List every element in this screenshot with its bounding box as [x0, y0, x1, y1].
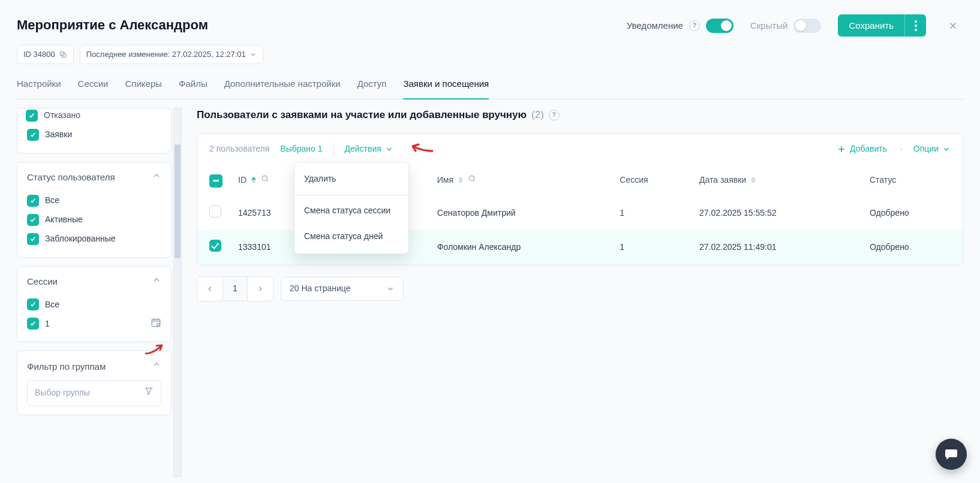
close-icon — [948, 20, 958, 31]
filter-label: Все — [45, 299, 59, 311]
filter-item[interactable]: Активные — [27, 210, 161, 230]
section-title: Пользователи с заявками на участие или д… — [197, 108, 527, 122]
funnel-icon — [144, 387, 154, 400]
sidebar: Отказано Заявки Статус пользователя ВсеА… — [17, 108, 182, 477]
per-page-label: 20 На странице — [290, 283, 350, 295]
id-pill-text: ID 34800 — [23, 49, 55, 60]
svg-point-6 — [469, 176, 474, 180]
row-checkbox[interactable] — [209, 240, 221, 252]
col-session[interactable]: Сессия — [620, 175, 648, 185]
filter-item[interactable]: Все — [27, 191, 161, 210]
chevron-down-icon — [385, 145, 393, 153]
help-icon[interactable]: ? — [549, 110, 560, 120]
group-select[interactable]: Выбор группы — [27, 380, 161, 406]
col-name[interactable]: Имя — [437, 174, 453, 186]
svg-point-3 — [157, 323, 160, 326]
calendar-icon[interactable] — [151, 317, 161, 331]
last-change-text: Последнее изменение: 27.02.2025, 12:27:0… — [86, 49, 246, 60]
cell-name: Сенаторов Дмитрий — [430, 196, 612, 231]
chevron-up-icon[interactable] — [152, 360, 161, 373]
filter-item-session-1[interactable]: 1 — [27, 314, 50, 333]
filter-label: Отказано — [44, 110, 80, 122]
notify-toggle[interactable] — [706, 19, 734, 33]
group-select-placeholder: Выбор группы — [35, 387, 90, 399]
page-title: Мероприятие с Александром — [17, 16, 208, 35]
header-checkbox-indeterminate[interactable] — [209, 174, 223, 188]
id-pill[interactable]: ID 34800 — [17, 45, 74, 64]
filter-label: Все — [45, 195, 59, 207]
filter-label: Заявки — [45, 129, 72, 141]
chevron-down-icon — [249, 51, 257, 58]
options-dropdown-trigger[interactable]: Опции — [913, 143, 951, 155]
svg-point-4 — [262, 176, 267, 180]
filter-item-rejected[interactable]: Отказано — [26, 108, 161, 125]
notify-toggle-group: Уведомление ? — [627, 19, 734, 33]
sort-icon[interactable] — [458, 177, 463, 183]
hidden-label: Скрытый — [750, 19, 788, 32]
filter-label: 1 — [45, 318, 50, 330]
sort-icon[interactable] — [251, 177, 256, 183]
chat-fab[interactable] — [936, 439, 967, 470]
filter-card-user-status: Статус пользователя ВсеАктивныеЗаблокиро… — [17, 162, 172, 258]
tab-4[interactable]: Дополнительные настройки — [224, 77, 341, 99]
tabs: НастройкиСессииСпикерыФайлыДополнительны… — [17, 77, 963, 99]
save-more-button[interactable] — [904, 14, 926, 37]
chevron-up-icon[interactable] — [152, 275, 161, 288]
search-icon[interactable] — [261, 174, 269, 186]
section-count: (2) — [531, 108, 544, 122]
cell-status: Одобрено — [862, 230, 963, 265]
svg-rect-2 — [152, 319, 160, 326]
cell-status: Одобрено — [862, 196, 963, 231]
plus-icon — [837, 144, 846, 154]
filter-card-sessions: Сессии Все 1 — [17, 266, 172, 343]
card-title: Статус пользователя — [27, 171, 115, 183]
filter-item-requests[interactable]: Заявки — [27, 125, 161, 144]
cell-date: 27.02.2025 11:49:01 — [692, 230, 862, 265]
tab-5[interactable]: Доступ — [357, 77, 387, 99]
search-icon[interactable] — [468, 174, 476, 186]
tab-3[interactable]: Файлы — [179, 77, 208, 99]
cell-session: 1 — [612, 196, 692, 231]
pager-prev[interactable] — [197, 277, 223, 301]
selected-count-link[interactable]: Выбрано 1 — [280, 143, 322, 155]
actions-label: Действия — [345, 143, 381, 155]
filter-item-session-all[interactable]: Все — [27, 295, 161, 314]
add-button[interactable]: Добавить — [837, 143, 887, 155]
notify-label: Уведомление — [627, 19, 683, 32]
per-page-select[interactable]: 20 На странице — [281, 277, 404, 301]
action-change-session-status[interactable]: Смена статуса сессии — [294, 198, 408, 224]
action-change-day-status[interactable]: Смена статуса дней — [294, 224, 408, 250]
row-checkbox[interactable] — [209, 206, 221, 218]
main-content: Пользователи с заявками на участие или д… — [197, 108, 980, 477]
hidden-toggle-group: Скрытый — [750, 19, 822, 33]
col-status[interactable]: Статус — [870, 175, 896, 185]
tab-2[interactable]: Спикеры — [125, 77, 163, 99]
sidebar-scrollbar[interactable] — [173, 108, 182, 477]
cell-name: Фоломкин Александр — [430, 230, 612, 265]
tab-6[interactable]: Заявки и посещения — [403, 77, 489, 99]
cell-session: 1 — [612, 230, 692, 265]
col-id[interactable]: ID — [238, 174, 246, 186]
help-icon[interactable]: ? — [689, 20, 700, 31]
pager-next[interactable] — [248, 277, 273, 301]
actions-dropdown: Удалить Смена статуса сессии Смена стату… — [294, 162, 409, 254]
save-button[interactable]: Сохранить — [838, 14, 904, 37]
hidden-toggle[interactable] — [793, 19, 821, 33]
tab-1[interactable]: Сессии — [78, 77, 109, 99]
action-delete[interactable]: Удалить — [294, 166, 408, 192]
copy-icon — [59, 50, 67, 59]
card-title: Фильтр по группам — [27, 360, 106, 373]
pager: 1 20 На странице — [197, 276, 963, 301]
last-change-pill[interactable]: Последнее изменение: 27.02.2025, 12:27:0… — [80, 45, 263, 64]
tab-0[interactable]: Настройки — [17, 77, 61, 99]
actions-dropdown-trigger[interactable]: Действия — [345, 143, 393, 155]
filter-label: Заблокированные — [45, 233, 116, 245]
pager-page-current[interactable]: 1 — [223, 277, 248, 301]
close-button[interactable] — [943, 16, 963, 36]
chevron-up-icon[interactable] — [152, 171, 161, 184]
chevron-down-icon — [942, 145, 951, 153]
panel-toolbar: 2 пользователя Выбрано 1 Действия Добави… — [197, 134, 963, 165]
filter-item[interactable]: Заблокированные — [27, 230, 161, 249]
sort-icon[interactable] — [751, 177, 756, 183]
col-date[interactable]: Дата заявки — [699, 174, 746, 186]
